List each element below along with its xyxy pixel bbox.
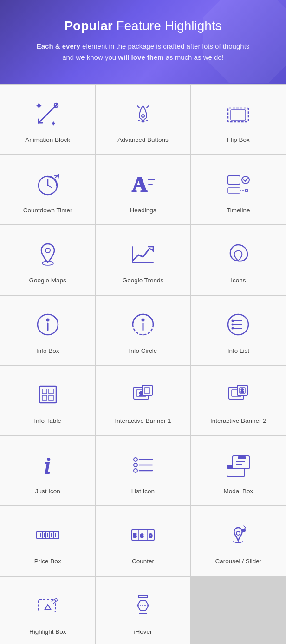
page-title: Popular Feature Highlights	[14, 19, 272, 33]
ihover-icon	[127, 590, 159, 621]
svg-point-58	[134, 469, 137, 472]
cell-price-box[interactable]: Price Box	[0, 506, 95, 576]
highlight-box-icon	[32, 590, 64, 621]
countdown-timer-icon	[32, 168, 64, 200]
info-circle-label: Info Circle	[129, 347, 157, 355]
cell-info-table[interactable]: Info Table	[0, 365, 95, 436]
flip-box-label: Flip Box	[227, 136, 250, 144]
info-box-icon	[32, 309, 64, 340]
cell-just-icon[interactable]: i Just Icon	[0, 436, 95, 506]
svg-rect-16	[228, 176, 240, 184]
svg-point-9	[142, 115, 144, 117]
cell-highlight-box[interactable]: Highlight Box	[0, 576, 95, 644]
highlight-box-label: Highlight Box	[29, 628, 66, 636]
cell-ihover[interactable]: iHover	[95, 576, 190, 644]
svg-point-56	[134, 463, 137, 467]
counter-label: Counter	[132, 557, 154, 566]
svg-rect-18	[228, 188, 240, 193]
price-box-icon	[32, 519, 64, 551]
title-normal: Feature Highlights	[116, 19, 221, 33]
cell-info-list[interactable]: Info List	[191, 295, 286, 366]
google-trends-label: Google Trends	[123, 276, 164, 285]
svg-point-82	[236, 531, 240, 535]
cell-carousel-slider[interactable]: Carousel / Slider	[191, 506, 286, 576]
price-box-label: Price Box	[34, 557, 61, 566]
list-icon-icon	[127, 449, 159, 481]
svg-rect-65	[238, 457, 246, 459]
page-subtitle: Each & every element in the package is c…	[14, 41, 272, 63]
svg-rect-42	[49, 395, 53, 400]
svg-rect-46	[142, 385, 152, 395]
advanced-buttons-label: Advanced Buttons	[117, 136, 169, 144]
svg-point-27	[46, 319, 49, 321]
icons-label: Icons	[231, 276, 246, 285]
cell-counter[interactable]: 5 6 9 Counter	[95, 506, 190, 576]
svg-point-54	[134, 458, 137, 461]
cell-animation-block[interactable]: ✦ ✦ Animation Block	[0, 84, 95, 155]
cell-info-box[interactable]: Info Box	[0, 295, 95, 366]
cell-google-maps[interactable]: Google Maps	[0, 225, 95, 295]
cell-interactive-banner-1[interactable]: 1 Interactive Banner 1	[95, 365, 190, 436]
cell-interactive-banner-2[interactable]: 2 Interactive Banner 2	[191, 365, 286, 436]
svg-rect-11	[231, 110, 246, 120]
svg-text:i: i	[44, 453, 51, 478]
timeline-label: Timeline	[227, 206, 250, 215]
svg-point-35	[232, 320, 234, 321]
svg-rect-40	[49, 389, 53, 394]
icons-icon	[222, 238, 254, 270]
svg-rect-41	[42, 395, 47, 400]
cell-list-icon[interactable]: List Icon	[95, 436, 190, 506]
headings-label: Headings	[130, 206, 156, 215]
interactive-banner-1-icon: 1	[127, 379, 159, 410]
info-list-icon	[222, 309, 254, 340]
svg-text:✦: ✦	[36, 102, 42, 109]
info-list-label: Info List	[228, 347, 249, 355]
svg-point-21	[46, 248, 50, 253]
cell-headings[interactable]: A Headings	[95, 155, 190, 225]
title-bold: Popular	[64, 19, 116, 33]
just-icon-icon: i	[32, 449, 64, 481]
interactive-banner-1-label: Interactive Banner 1	[115, 417, 171, 425]
svg-marker-85	[45, 605, 51, 609]
info-box-label: Info Box	[36, 347, 59, 355]
features-grid: ✦ ✦ Animation Block Advanced Buttons	[0, 84, 286, 644]
svg-point-37	[232, 327, 234, 329]
info-table-icon	[32, 379, 64, 410]
svg-point-17	[242, 176, 249, 184]
cell-advanced-buttons[interactable]: Advanced Buttons	[95, 84, 190, 155]
counter-icon: 5 6 9	[127, 519, 159, 551]
modal-box-icon	[222, 449, 254, 481]
svg-text:9: 9	[149, 532, 152, 539]
cell-google-trends[interactable]: Google Trends	[95, 225, 190, 295]
info-circle-icon	[127, 309, 159, 340]
svg-text:2: 2	[241, 388, 244, 393]
svg-rect-86	[138, 595, 148, 598]
list-icon-label: List Icon	[131, 487, 155, 496]
cell-icons[interactable]: Icons	[191, 225, 286, 295]
info-table-label: Info Table	[34, 417, 61, 425]
carousel-slider-icon	[222, 519, 254, 551]
ihover-label: iHover	[134, 628, 152, 636]
timeline-icon	[222, 168, 254, 200]
header: Popular Feature Highlights Each & every …	[0, 0, 286, 84]
just-icon-label: Just Icon	[35, 487, 60, 496]
svg-line-8	[147, 106, 149, 108]
animation-block-label: Animation Block	[25, 136, 70, 144]
cell-modal-box[interactable]: Modal Box	[191, 436, 286, 506]
svg-rect-39	[42, 389, 47, 394]
carousel-slider-label: Carousel / Slider	[215, 557, 261, 566]
flip-box-icon	[222, 98, 254, 129]
cell-countdown-timer[interactable]: Countdown Timer	[0, 155, 95, 225]
cell-info-circle[interactable]: Info Circle	[95, 295, 190, 366]
svg-text:A: A	[132, 172, 147, 196]
svg-text:6: 6	[140, 532, 143, 539]
cell-timeline[interactable]: Timeline	[191, 155, 286, 225]
google-maps-label: Google Maps	[29, 276, 66, 285]
svg-point-30	[142, 319, 144, 321]
headings-icon: A	[127, 168, 159, 200]
advanced-buttons-icon	[127, 98, 159, 129]
interactive-banner-2-label: Interactive Banner 2	[210, 417, 266, 425]
svg-line-7	[137, 106, 139, 108]
cell-flip-box[interactable]: Flip Box	[191, 84, 286, 155]
svg-point-36	[232, 324, 234, 325]
